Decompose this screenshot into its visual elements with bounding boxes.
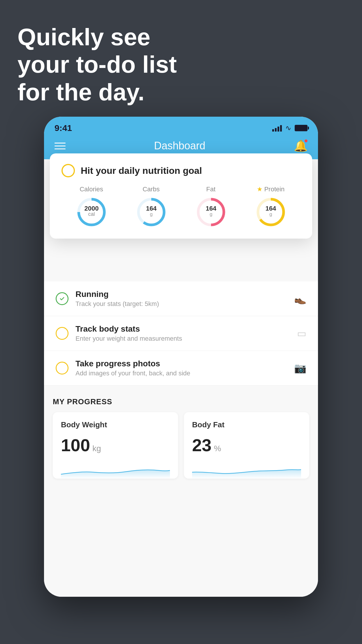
- body-fat-value-row: 23 %: [192, 435, 301, 455]
- card-check-circle: [61, 164, 75, 177]
- fat-circle: 164 g: [195, 196, 227, 228]
- body-weight-chart: [61, 461, 170, 479]
- protein-circle: 164 g: [255, 196, 287, 228]
- status-time: 9:41: [55, 123, 72, 133]
- notification-badge: [304, 139, 308, 143]
- svg-text:164: 164: [265, 205, 276, 212]
- check-mark-icon: [59, 296, 65, 302]
- carbs-label: Carbs: [143, 186, 160, 193]
- todo-item-running[interactable]: Running Track your stats (target: 5km) 👞: [44, 281, 318, 316]
- body-weight-title: Body Weight: [61, 420, 170, 429]
- progress-cards: Body Weight 100 kg: [53, 412, 309, 479]
- card-header: Hit your daily nutrition goal: [61, 164, 301, 177]
- status-icons: ∿: [272, 124, 307, 132]
- running-check: [56, 292, 68, 305]
- status-bar: 9:41 ∿: [44, 117, 318, 134]
- card-title: Hit your daily nutrition goal: [81, 165, 202, 176]
- nutrition-carbs: Carbs 164 g: [135, 186, 167, 228]
- svg-text:cal: cal: [88, 211, 95, 217]
- protein-label: ★ Protein: [257, 186, 285, 193]
- running-title: Running: [75, 290, 287, 299]
- progress-photos-text-group: Take progress photos Add images of your …: [75, 359, 287, 377]
- svg-text:g: g: [269, 211, 272, 217]
- progress-photos-check: [56, 362, 68, 374]
- battery-icon: [295, 125, 307, 131]
- content-area: THINGS TO DO TODAY Hit your daily nutrit…: [44, 159, 318, 597]
- fat-label: Fat: [206, 186, 216, 193]
- hero-line2: your to-do list: [17, 51, 177, 78]
- body-stats-title: Track body stats: [75, 324, 290, 334]
- notification-bell[interactable]: 🔔: [294, 139, 307, 152]
- nutrition-calories: Calories 2000 cal: [75, 186, 108, 228]
- hero-line1: Quickly see: [17, 23, 177, 51]
- svg-text:g: g: [150, 211, 152, 217]
- body-weight-value: 100: [61, 435, 90, 455]
- header-title: Dashboard: [154, 140, 205, 152]
- hero-line3: for the day.: [17, 78, 177, 106]
- signal-icon: [272, 125, 282, 132]
- nutrition-row: Calories 2000 cal Carbs: [61, 186, 301, 228]
- nutrition-fat: Fat 164 g: [195, 186, 227, 228]
- shoe-icon: 👞: [294, 293, 306, 304]
- svg-text:164: 164: [146, 205, 157, 212]
- todo-item-body-stats[interactable]: Track body stats Enter your weight and m…: [44, 316, 318, 351]
- svg-text:164: 164: [205, 205, 216, 212]
- phone-screen: 9:41 ∿ Dashboard 🔔: [44, 117, 318, 597]
- progress-photos-title: Take progress photos: [75, 359, 287, 368]
- body-weight-unit: kg: [92, 444, 101, 453]
- todo-item-progress-photos[interactable]: Take progress photos Add images of your …: [44, 351, 318, 386]
- progress-section-title: MY PROGRESS: [53, 397, 309, 406]
- body-fat-title: Body Fat: [192, 420, 301, 429]
- running-text-group: Running Track your stats (target: 5km): [75, 290, 287, 308]
- body-stats-subtitle: Enter your weight and measurements: [75, 335, 290, 342]
- wifi-icon: ∿: [285, 124, 291, 132]
- body-stats-text-group: Track body stats Enter your weight and m…: [75, 324, 290, 342]
- svg-text:g: g: [210, 211, 212, 217]
- body-weight-value-row: 100 kg: [61, 435, 170, 455]
- body-fat-card: Body Fat 23 %: [184, 412, 309, 479]
- body-fat-unit: %: [214, 444, 221, 453]
- body-stats-check: [56, 327, 68, 340]
- calories-label: Calories: [80, 186, 103, 193]
- phone-mockup: 9:41 ∿ Dashboard 🔔: [44, 117, 318, 597]
- running-subtitle: Track your stats (target: 5km): [75, 300, 287, 308]
- nutrition-card: Hit your daily nutrition goal Calories 2…: [50, 153, 312, 239]
- body-fat-value: 23: [192, 435, 212, 455]
- photo-icon: 📷: [294, 362, 306, 374]
- star-icon: ★: [257, 186, 263, 193]
- todo-list: Running Track your stats (target: 5km) 👞…: [44, 281, 318, 386]
- progress-photos-subtitle: Add images of your front, back, and side: [75, 370, 287, 377]
- carbs-circle: 164 g: [135, 196, 167, 228]
- body-fat-chart: [192, 461, 301, 479]
- hero-text: Quickly see your to-do list for the day.: [17, 23, 177, 106]
- body-weight-card: Body Weight 100 kg: [53, 412, 178, 479]
- scale-icon: ▭: [297, 328, 306, 339]
- hamburger-menu[interactable]: [55, 143, 66, 149]
- nutrition-protein: ★ Protein 164 g: [255, 186, 287, 228]
- progress-section: MY PROGRESS Body Weight 100 kg: [44, 386, 318, 487]
- calories-circle: 2000 cal: [75, 196, 108, 228]
